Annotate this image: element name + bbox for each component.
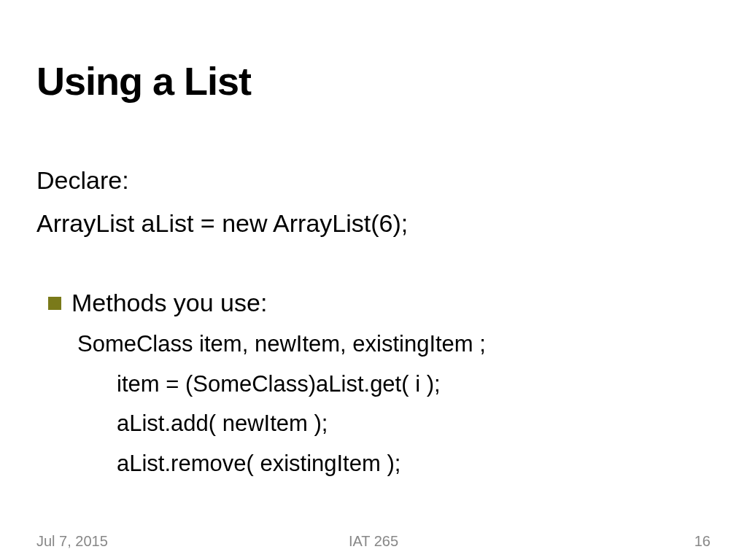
square-bullet-icon [48,297,61,310]
methods-label: Methods you use: [71,284,267,322]
code-line-4: aList.remove( existingItem ); [117,447,711,481]
footer-course: IAT 265 [349,533,398,550]
code-line-2: item = (SomeClass)aList.get( i ); [117,368,711,402]
methods-bullet-line: Methods you use: [48,284,711,322]
code-line-3: aList.add( newItem ); [117,407,711,441]
slide-body: Declare: ArrayList aList = new ArrayList… [36,162,711,481]
slide-footer: Jul 7, 2015 IAT 265 16 [36,533,711,550]
spacer [36,248,711,284]
code-line-1: SomeClass item, newItem, existingItem ; [77,327,711,362]
footer-page: 16 [694,533,711,550]
declare-code: ArrayList aList = new ArrayList(6); [36,205,711,242]
footer-date: Jul 7, 2015 [36,533,108,550]
slide-title: Using a List [36,58,711,104]
declare-label: Declare: [36,162,711,199]
slide-container: Using a List Declare: ArrayList aList = … [0,0,747,560]
